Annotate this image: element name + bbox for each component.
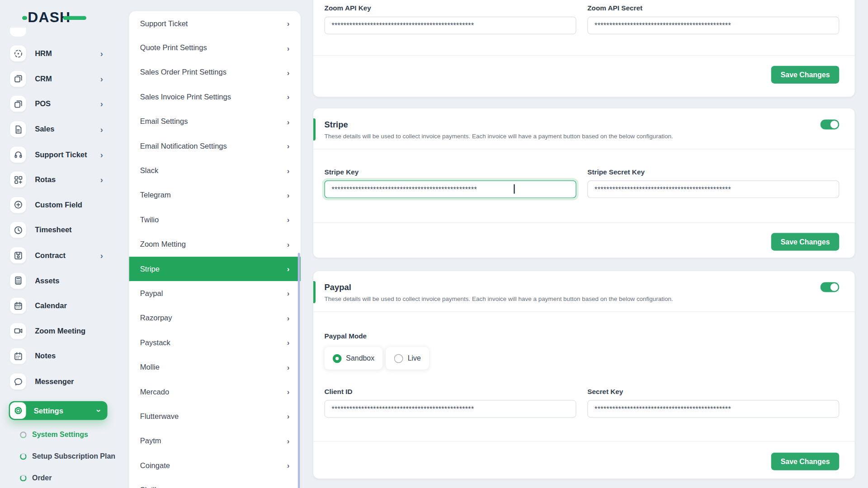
- paypal-settings-card: Paypal These details will be used to col…: [313, 271, 855, 479]
- chevron-right-icon: ›: [287, 363, 290, 371]
- logo-green-bar: [63, 16, 86, 20]
- sandbox-mode-option[interactable]: Sandbox: [325, 347, 383, 370]
- sidebar-item-label: Rotas: [35, 175, 56, 183]
- chevron-right-icon: ›: [100, 251, 103, 259]
- settings-menu-item-skrill[interactable]: Skrill›: [129, 478, 301, 488]
- chevron-right-icon: ›: [100, 75, 103, 83]
- settings-menu-item-coingate[interactable]: Coingate›: [129, 453, 301, 478]
- sidebar-item-settings-active[interactable]: Settings ›: [9, 401, 108, 420]
- field-label: Zoom API Key: [325, 5, 576, 12]
- chat-bubble-icon: [10, 374, 26, 390]
- sidebar-item-timesheet[interactable]: Timesheet: [0, 217, 116, 243]
- secret-key-input[interactable]: [587, 400, 839, 418]
- paypal-enabled-toggle[interactable]: [821, 282, 840, 292]
- stripe-key-input[interactable]: [325, 180, 576, 198]
- settings-menu-item-mercado[interactable]: Mercado›: [129, 380, 301, 404]
- save-file-icon: [10, 247, 26, 263]
- client-id-input[interactable]: [325, 400, 576, 418]
- chevron-right-icon: ›: [287, 290, 290, 297]
- settings-menu-item-zoom-metting[interactable]: Zoom Metting›: [129, 232, 301, 257]
- field-label: Zoom API Secret: [587, 5, 839, 12]
- sidebar-item-zoom-meeting[interactable]: Zoom Meeting: [0, 319, 116, 344]
- headphones-icon: [10, 146, 26, 163]
- field-label: Client ID: [325, 388, 576, 395]
- sidebar-item-label: Messenger: [35, 377, 74, 385]
- sidebar-item-custom-field[interactable]: Custom Field: [0, 192, 116, 218]
- radio-unselected-icon: [394, 354, 403, 363]
- submenu-item-setup-subscription-plan[interactable]: Setup Subscription Plan: [0, 446, 116, 467]
- notes-icon: [10, 348, 26, 365]
- stripe-key-field: Stripe Key: [325, 168, 576, 198]
- sidebar-item-messenger[interactable]: Messenger: [0, 369, 116, 394]
- settings-menu-item-flutterwave[interactable]: Flutterwave›: [129, 404, 301, 428]
- settings-menu-scrollbar[interactable]: [298, 253, 300, 488]
- sidebar-item-rotas[interactable]: Rotas ›: [0, 167, 116, 192]
- stripe-enabled-toggle[interactable]: [821, 119, 840, 129]
- chevron-right-icon: ›: [287, 167, 290, 174]
- video-camera-icon: [10, 323, 26, 339]
- circle-plus-icon: [10, 197, 26, 213]
- sidebar-item-label: Support Ticket: [35, 150, 87, 159]
- settings-menu-item-slack[interactable]: Slack›: [129, 159, 301, 183]
- submenu-item-system-settings[interactable]: System Settings: [0, 424, 116, 446]
- sidebar-item-hrm[interactable]: HRM ›: [0, 41, 116, 66]
- calendar-icon: [10, 298, 26, 314]
- grid-plus-icon: [10, 172, 26, 188]
- live-mode-option[interactable]: Live: [386, 347, 429, 370]
- sidebar-item-label: Notes: [35, 352, 56, 360]
- settings-menu-item-email-notification-settings[interactable]: Email Notification Settings›: [129, 134, 301, 158]
- settings-menu-item-telegram[interactable]: Telegram›: [129, 183, 301, 207]
- settings-menu-item-sales-invoice-print-settings[interactable]: Sales Invoice Print Settings›: [129, 85, 301, 109]
- submenu-item-order[interactable]: Order: [0, 467, 116, 488]
- hrm-icon: [10, 46, 26, 62]
- settings-label: Settings: [34, 406, 63, 414]
- zoom-api-key-input[interactable]: [325, 17, 576, 34]
- sidebar-item-assets[interactable]: Assets: [0, 268, 116, 293]
- zoom-api-secret-field: Zoom API Secret: [587, 5, 839, 34]
- field-label: Stripe Key: [325, 168, 576, 176]
- save-changes-button[interactable]: Save Changes: [771, 66, 839, 84]
- chevron-right-icon: ›: [287, 19, 290, 27]
- paypal-mode-options: Sandbox Live: [325, 347, 840, 370]
- sales-document-icon: [10, 121, 26, 137]
- green-accent-bar: [313, 281, 316, 303]
- sidebar-nav: HRM › CRM › POS › Sales › Support Ticket: [0, 41, 116, 394]
- zoom-api-secret-input[interactable]: [587, 17, 839, 34]
- chevron-right-icon: ›: [287, 118, 290, 126]
- settings-menu-item-support-ticket[interactable]: Support Ticket›: [129, 11, 301, 35]
- settings-menu-item-twilio[interactable]: Twilio›: [129, 207, 301, 232]
- chevron-right-icon: ›: [287, 339, 290, 347]
- settings-menu-item-paypal[interactable]: Paypal›: [129, 281, 301, 305]
- save-changes-button[interactable]: Save Changes: [771, 233, 839, 251]
- stripe-secret-key-input[interactable]: [587, 180, 839, 198]
- sidebar-item-notes[interactable]: Notes: [0, 344, 116, 369]
- chevron-down-icon: ›: [95, 409, 104, 412]
- card-description: These details will be used to collect in…: [325, 296, 840, 302]
- settings-menu-item-mollie[interactable]: Mollie›: [129, 355, 301, 379]
- settings-menu-item-paystack[interactable]: Paystack›: [129, 330, 301, 355]
- settings-menu-item-paytm[interactable]: Paytm›: [129, 429, 301, 453]
- sidebar-item-crm[interactable]: CRM ›: [0, 66, 116, 91]
- sidebar-item-calendar[interactable]: Calendar: [0, 293, 116, 319]
- sidebar-item-label: Custom Field: [35, 201, 82, 209]
- crm-icon: [10, 71, 26, 87]
- brand-logo[interactable]: DASH: [28, 9, 71, 26]
- chevron-right-icon: ›: [287, 142, 290, 150]
- settings-menu-item-quote-print-settings[interactable]: Quote Print Settings›: [129, 36, 301, 60]
- settings-submenu: System Settings Setup Subscription Plan …: [0, 424, 116, 488]
- chevron-right-icon: ›: [100, 175, 103, 183]
- chevron-right-icon: ›: [100, 150, 103, 159]
- settings-menu-item-stripe-selected[interactable]: Stripe›: [129, 257, 301, 281]
- sidebar-item-pos[interactable]: POS ›: [0, 91, 116, 117]
- sidebar-item-sales[interactable]: Sales ›: [0, 117, 116, 142]
- save-changes-button[interactable]: Save Changes: [771, 453, 839, 470]
- chevron-right-icon: ›: [287, 240, 290, 248]
- settings-menu-item-sales-order-print-settings[interactable]: Sales Order Print Settings›: [129, 60, 301, 84]
- client-id-field: Client ID: [325, 388, 576, 418]
- sidebar-item-contract[interactable]: Contract ›: [0, 243, 116, 268]
- calculator-icon: [10, 272, 26, 289]
- settings-menu-item-razorpay[interactable]: Razorpay›: [129, 306, 301, 330]
- settings-menu-item-email-settings[interactable]: Email Settings›: [129, 109, 301, 134]
- sidebar-item-support-ticket[interactable]: Support Ticket ›: [0, 142, 116, 167]
- chevron-right-icon: ›: [287, 44, 290, 52]
